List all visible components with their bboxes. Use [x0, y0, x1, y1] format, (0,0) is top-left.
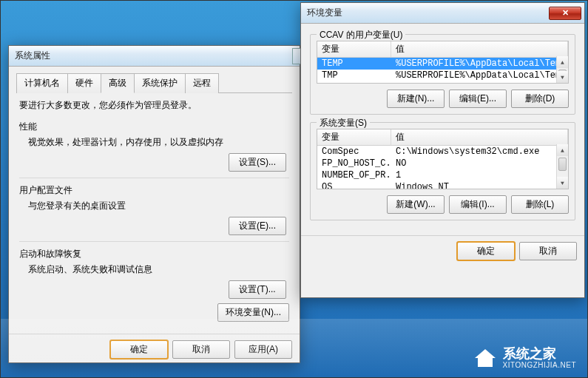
cell-value: %USERPROFILE%\AppData\Local\Temp: [391, 58, 568, 70]
scroll-up-icon[interactable]: ▲: [557, 56, 568, 68]
user-new-button[interactable]: 新建(N)...: [387, 90, 445, 108]
system-variables-fieldset: 系统变量(S) 变量 值 ComSpecC:\Windows\system32\…: [310, 122, 575, 220]
watermark-url: XITONGZHIJIA.NET: [503, 361, 577, 369]
table-row[interactable]: TMP%USERPROFILE%\AppData\Local\Temp: [317, 70, 568, 81]
tab-hardware[interactable]: 硬件: [67, 73, 101, 93]
table-row[interactable]: NUMBER_OF_PR...1: [317, 169, 568, 181]
environment-variables-window: 环境变量 ✕ CCAV 的用户变量(U) 变量 值 TEMP%USERPROFI…: [300, 2, 585, 298]
sys-new-button[interactable]: 新建(W)...: [387, 195, 445, 214]
group-desc: 系统启动、系统失败和调试信息: [28, 263, 289, 276]
cell-variable: NUMBER_OF_PR...: [317, 169, 391, 181]
cell-variable: TMP: [317, 70, 391, 81]
scrollbar[interactable]: ▲ ▼: [556, 56, 568, 83]
close-button[interactable]: ✕: [549, 7, 581, 20]
cell-value: Windows_NT: [391, 181, 568, 189]
tab-computer-name[interactable]: 计算机名: [16, 73, 68, 93]
column-header-value[interactable]: 值: [391, 129, 568, 145]
cell-variable: TEMP: [317, 58, 391, 70]
profiles-settings-button[interactable]: 设置(E)...: [229, 217, 286, 235]
watermark: 系统之家 XITONGZHIJIA.NET: [473, 346, 577, 370]
dialog-footer: 确定 取消: [301, 235, 584, 266]
column-header-variable[interactable]: 变量: [317, 129, 391, 145]
scroll-down-icon[interactable]: ▼: [557, 71, 568, 83]
column-header-value[interactable]: 值: [391, 41, 568, 57]
table-row[interactable]: ComSpecC:\Windows\system32\cmd.exe: [317, 146, 568, 158]
separator: [19, 241, 289, 242]
group-startup-recovery: 启动和故障恢复 系统启动、系统失败和调试信息 设置(T)...: [19, 248, 289, 299]
user-variables-table[interactable]: 变量 值 TEMP%USERPROFILE%\AppData\Local\Tem…: [317, 41, 569, 84]
cell-value: NO: [391, 158, 568, 169]
watermark-name: 系统之家: [503, 347, 577, 362]
table-row[interactable]: TEMP%USERPROFILE%\AppData\Local\Temp: [317, 58, 568, 70]
cell-value: 1: [391, 169, 568, 181]
performance-settings-button[interactable]: 设置(S)...: [229, 153, 286, 172]
group-desc: 视觉效果，处理器计划，内存使用，以及虚拟内存: [28, 136, 289, 149]
group-label: 用户配置文件: [19, 184, 289, 197]
group-performance: 性能 视觉效果，处理器计划，内存使用，以及虚拟内存 设置(S)...: [19, 121, 289, 172]
system-properties-window: 系统属性 计算机名 硬件 高级 系统保护 远程 要进行大多数更改，您必须作为管理…: [8, 45, 300, 363]
titlebar-sysprop[interactable]: 系统属性: [9, 46, 300, 67]
tabs: 计算机名 硬件 高级 系统保护 远程: [16, 72, 292, 93]
cancel-button[interactable]: 取消: [519, 242, 577, 260]
group-desc: 与您登录有关的桌面设置: [28, 200, 289, 212]
cell-value: %USERPROFILE%\AppData\Local\Temp: [391, 70, 568, 81]
user-edit-button[interactable]: 编辑(E)...: [449, 90, 507, 108]
sys-edit-button[interactable]: 编辑(I)...: [449, 195, 507, 214]
sys-delete-button[interactable]: 删除(L): [511, 195, 569, 214]
ok-button[interactable]: 确定: [457, 242, 515, 260]
group-label: 性能: [19, 121, 289, 133]
tab-system-protection[interactable]: 系统保护: [134, 73, 186, 93]
startup-settings-button[interactable]: 设置(T)...: [229, 280, 286, 299]
fieldset-legend: 系统变量(S): [317, 117, 370, 129]
separator: [19, 178, 289, 178]
table-row[interactable]: FP_NO_HOST_C...NO: [317, 158, 568, 169]
scrollbar[interactable]: ▲ ▼: [556, 144, 568, 189]
system-variables-table[interactable]: 变量 值 ComSpecC:\Windows\system32\cmd.exeF…: [317, 129, 569, 189]
cell-variable: FP_NO_HOST_C...: [317, 158, 391, 169]
group-user-profiles: 用户配置文件 与您登录有关的桌面设置 设置(E)...: [19, 184, 289, 235]
window-title: 环境变量: [307, 7, 549, 19]
user-variables-fieldset: CCAV 的用户变量(U) 变量 值 TEMP%USERPROFILE%\App…: [310, 34, 575, 115]
cell-variable: OS: [317, 181, 391, 189]
column-header-variable[interactable]: 变量: [317, 41, 391, 57]
scroll-thumb[interactable]: [558, 158, 567, 171]
cell-value: C:\Windows\system32\cmd.exe: [391, 146, 568, 158]
table-row[interactable]: OSWindows_NT: [317, 181, 568, 189]
cell-variable: ComSpec: [317, 146, 391, 158]
scroll-up-icon[interactable]: ▲: [557, 144, 568, 156]
window-title: 系统属性: [15, 50, 298, 62]
tab-remote[interactable]: 远程: [185, 73, 219, 93]
titlebar-envvar[interactable]: 环境变量 ✕: [301, 3, 584, 24]
group-label: 启动和故障恢复: [19, 248, 289, 260]
scroll-down-icon[interactable]: ▼: [557, 177, 568, 189]
house-icon: [473, 346, 497, 370]
tab-advanced[interactable]: 高级: [101, 73, 135, 93]
admin-note: 要进行大多数更改，您必须作为管理员登录。: [19, 99, 289, 112]
fieldset-legend: CCAV 的用户变量(U): [317, 29, 405, 41]
close-icon: ✕: [562, 8, 569, 18]
user-delete-button[interactable]: 删除(D): [511, 90, 569, 108]
